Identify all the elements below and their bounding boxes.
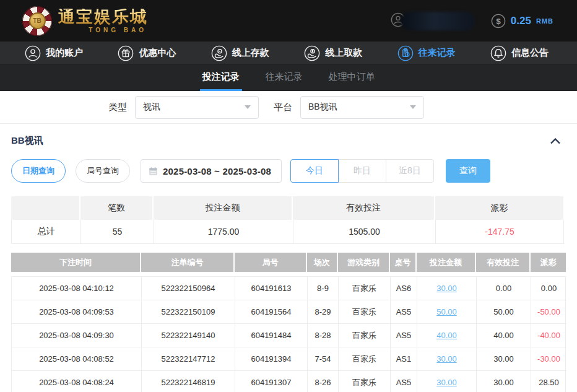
cell-bet-amount-link[interactable]: 30.00 [417, 371, 477, 392]
cell-game-type: 百家乐 [339, 324, 391, 347]
yesterday-button[interactable]: 昨日 [338, 159, 386, 183]
nav-label: 往来记录 [419, 47, 456, 59]
nav-item-online-deposit[interactable]: 线上存款 [211, 45, 269, 61]
collapse-section-button[interactable] [550, 137, 561, 145]
summary-total-row: 总计 55 1775.00 1505.00 -147.75 [11, 220, 566, 244]
platform-label: 平台 [274, 102, 292, 113]
cell-round-number: 604191613 [235, 277, 308, 300]
cell-order-number: 522322149140 [142, 324, 235, 347]
cell-bet-amount-link[interactable]: 40.00 [417, 324, 477, 347]
site-logo[interactable]: TB 通宝娱乐城 TONG BAO [22, 6, 148, 36]
tab-pending-orders[interactable]: 处理中订单 [326, 65, 378, 91]
cell-bet-amount-link[interactable]: 30.00 [417, 277, 477, 300]
nav-label: 我的账户 [46, 47, 83, 59]
cell-round-number: 604191394 [235, 347, 308, 371]
chevron-down-icon [245, 105, 251, 109]
cell-payout: -40.00 [531, 324, 566, 347]
table-row: 2025-03-08 04:09:30 522322149140 6041914… [12, 324, 565, 347]
cell-round-number: 604191564 [235, 300, 308, 324]
main-nav: 我的账户 优惠中心 线上存款 线上取款 [0, 41, 577, 65]
nav-label: 优惠中心 [139, 47, 176, 59]
summary-bet-amount-value: 1775.00 [154, 220, 293, 244]
cell-bet-time: 2025-03-08 04:09:30 [12, 324, 142, 347]
betting-records-table: 下注时间 注单编号 局号 场次 游戏类别 桌号 投注金额 有效投注 派彩 202… [11, 253, 566, 392]
site-title: 通宝娱乐城 [58, 9, 148, 25]
section-title: BB视讯 [11, 135, 43, 147]
today-button[interactable]: 今日 [290, 159, 339, 183]
summary-table: 笔数 投注金额 有效投注 派彩 总计 55 1775.00 1505.00 -1… [11, 196, 566, 244]
col-order-number: 注单编号 [141, 253, 235, 272]
cell-session: 8-26 [308, 371, 339, 392]
cell-bet-time: 2025-03-08 04:09:53 [12, 300, 142, 324]
table-row: 2025-03-08 04:08:24 522322146819 6041913… [12, 371, 565, 392]
cell-table-number: AS6 [391, 277, 417, 300]
user-account-area[interactable] [391, 12, 475, 30]
summary-header-count: 笔数 [80, 196, 154, 220]
type-select[interactable]: 视讯 [135, 96, 259, 119]
nav-item-my-account[interactable]: 我的账户 [25, 45, 83, 61]
date-query-button[interactable]: 日期查询 [11, 159, 66, 183]
table-header-row: 下注时间 注单编号 局号 场次 游戏类别 桌号 投注金额 有效投注 派彩 [11, 253, 566, 272]
cell-bet-amount-link[interactable]: 50.00 [417, 300, 477, 324]
col-round-number: 局号 [235, 253, 307, 272]
cell-session: 8-29 [308, 300, 339, 324]
table-row: 2025-03-08 04:09:53 522322150109 6041915… [12, 300, 565, 324]
cell-valid-bet: 50.00 [477, 300, 531, 324]
nav-item-online-withdrawal[interactable]: 线上取款 [304, 45, 362, 61]
col-payout: 派彩 [531, 253, 566, 272]
cell-table-number: AS1 [391, 347, 417, 371]
col-table-number: 桌号 [390, 253, 417, 272]
nav-label: 线上存款 [232, 47, 269, 59]
chevron-down-icon [410, 105, 416, 109]
top-bar: TB 通宝娱乐城 TONG BAO $ 0.25 RMB [0, 0, 577, 41]
gift-icon [118, 45, 134, 61]
cell-table-number: AS5 [391, 324, 417, 347]
nav-item-transaction-records[interactable]: 往来记录 [397, 45, 456, 61]
nav-label: 信息公告 [511, 47, 549, 59]
nav-label: 线上取款 [325, 47, 362, 59]
summary-header-empty [11, 196, 80, 220]
balance-currency: RMB [536, 17, 553, 25]
cell-round-number: 604191307 [235, 371, 308, 392]
round-query-button[interactable]: 局号查询 [76, 159, 130, 183]
nav-item-promotions[interactable]: 优惠中心 [118, 45, 176, 61]
cell-game-type: 百家乐 [339, 371, 391, 392]
records-icon [397, 45, 414, 61]
tab-betting-records[interactable]: 投注记录 [200, 65, 242, 91]
summary-header-bet-amount: 投注金额 [154, 196, 293, 220]
cell-table-number: AS5 [391, 300, 417, 324]
cell-table-number: AS5 [391, 371, 417, 392]
table-row: 2025-03-08 04:10:12 522322150964 6041916… [12, 277, 565, 300]
cell-payout: 0.00 [531, 277, 566, 300]
balance-display[interactable]: $ 0.25 RMB [491, 14, 553, 28]
cell-valid-bet: 0.00 [477, 277, 531, 300]
casino-chip-icon: TB [22, 6, 52, 36]
sub-nav: 投注记录 往来记录 处理中订单 [0, 65, 577, 91]
cell-order-number: 522322150109 [142, 300, 235, 324]
cell-payout: 28.50 [531, 371, 566, 392]
summary-payout-value: -147.75 [436, 220, 564, 244]
cell-valid-bet: 30.00 [477, 371, 531, 392]
summary-total-label: 总计 [12, 220, 81, 244]
search-button[interactable]: 查询 [446, 159, 490, 183]
bell-icon [490, 45, 506, 61]
last-8-days-button[interactable]: 近8日 [386, 159, 434, 183]
type-select-value: 视讯 [143, 102, 160, 113]
section-header: BB视讯 [11, 135, 566, 147]
cell-payout: -50.00 [531, 300, 566, 324]
cell-bet-time: 2025-03-08 04:10:12 [12, 277, 142, 300]
site-subtitle: TONG BAO [58, 27, 148, 33]
username-redacted [401, 12, 475, 30]
cell-bet-amount-link[interactable]: 30.00 [417, 347, 477, 371]
platform-select[interactable]: BB视讯 [300, 96, 424, 119]
col-bet-amount: 投注金额 [417, 253, 476, 272]
tab-transaction-records[interactable]: 往来记录 [263, 65, 305, 91]
cell-game-type: 百家乐 [339, 347, 391, 371]
nav-item-announcements[interactable]: 信息公告 [490, 45, 549, 61]
cell-session: 8-9 [308, 277, 339, 300]
withdraw-icon [304, 45, 320, 61]
summary-header-payout: 派彩 [435, 196, 563, 220]
cell-order-number: 522322150964 [142, 277, 235, 300]
cell-round-number: 604191484 [235, 324, 308, 347]
date-range-input[interactable]: 2025-03-08 ~ 2025-03-08 [141, 159, 282, 183]
